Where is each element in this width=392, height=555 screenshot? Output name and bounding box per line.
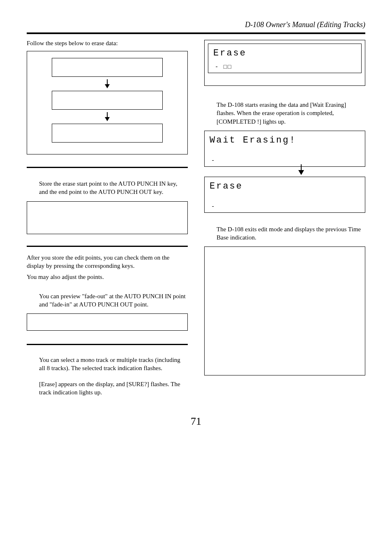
arrow-down-icon <box>297 164 305 175</box>
arrow-down-icon <box>104 112 111 121</box>
content-columns: Follow the steps below to erase data: St… <box>27 40 365 401</box>
lcd-main-wait: Wait Erasing! <box>210 135 360 145</box>
section-divider-3 <box>27 344 188 345</box>
flow-box-2 <box>52 91 163 110</box>
after-store-line2: You may also adjust the points. <box>27 273 188 281</box>
exit-text: The D-108 exits edit mode and displays t… <box>217 225 365 242</box>
step-store-points: Store the erase start point to the AUTO … <box>39 180 188 196</box>
left-column: Follow the steps below to erase data: St… <box>27 40 188 401</box>
lcd-sub-done: - <box>211 203 214 210</box>
lcd-sub-wait: - <box>211 157 214 164</box>
flowchart-pane <box>27 51 188 154</box>
note-box-1 <box>27 201 188 234</box>
flow-box-3 <box>52 124 163 143</box>
arrow-down-icon <box>104 79 111 88</box>
header-title: D-108 Owner's Manual (Editing Tracks) <box>245 21 365 29</box>
tall-note-box <box>204 246 365 375</box>
arrow-between-lcds <box>204 168 365 177</box>
right-column: Erase - □□ The D-108 starts erasing the … <box>204 40 365 401</box>
explain-erase-text: The D-108 starts erasing the data and [W… <box>217 101 365 126</box>
page-root: D-108 Owner's Manual (Editing Tracks) Fo… <box>0 0 392 444</box>
section-divider-2 <box>27 246 188 247</box>
flow-box-1 <box>52 58 163 77</box>
svg-marker-3 <box>105 117 110 121</box>
erase-sure-text: [Erase] appears on the display, and [SUR… <box>39 380 188 397</box>
lcd-panel-wait: Wait Erasing! - <box>204 131 365 167</box>
intro-text: Follow the steps below to erase data: <box>27 40 188 47</box>
top-divider <box>27 32 365 34</box>
page-header: D-108 Owner's Manual (Editing Tracks) <box>27 21 365 32</box>
page-number: 71 <box>27 415 365 428</box>
svg-marker-5 <box>298 170 304 175</box>
lcd-main-done: Erase <box>210 181 360 191</box>
svg-marker-1 <box>105 84 110 88</box>
lcd-bottom-spacer <box>205 73 365 85</box>
lcd-sub-erase: - □□ <box>215 64 232 70</box>
lcd-inner-erase: Erase - □□ <box>208 44 362 73</box>
after-store-line1: After you store the edit points, you can… <box>27 253 188 270</box>
preview-text: You can preview "fade-out" at the AUTO P… <box>39 292 188 309</box>
lcd-panel-done: Erase - <box>204 177 365 213</box>
lcd-panel-erase: Erase - □□ <box>204 40 365 86</box>
sub-box-1 <box>27 313 188 331</box>
lcd-main-erase: Erase <box>213 48 356 58</box>
select-track-text: You can select a mono track or multiple … <box>39 356 188 373</box>
section-divider-1 <box>27 167 188 168</box>
